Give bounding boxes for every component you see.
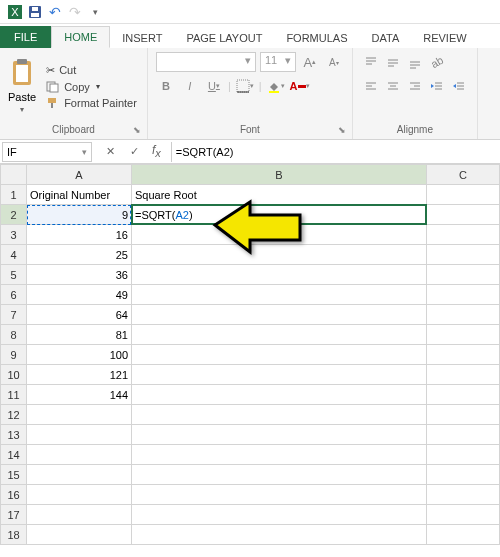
col-header-c[interactable]: C <box>427 165 500 185</box>
align-bottom-button[interactable] <box>405 52 425 72</box>
cell[interactable] <box>427 445 500 465</box>
cell[interactable] <box>132 505 427 525</box>
formula-input[interactable] <box>171 142 500 162</box>
cell[interactable]: 36 <box>27 265 132 285</box>
cell[interactable] <box>427 325 500 345</box>
cell[interactable]: 49 <box>27 285 132 305</box>
paste-dropdown-icon[interactable]: ▾ <box>20 105 24 114</box>
tab-page-layout[interactable]: PAGE LAYOUT <box>174 28 274 48</box>
row-header[interactable]: 10 <box>1 365 27 385</box>
row-header[interactable]: 12 <box>1 405 27 425</box>
row-header[interactable]: 5 <box>1 265 27 285</box>
row-header[interactable]: 3 <box>1 225 27 245</box>
align-middle-button[interactable] <box>383 52 403 72</box>
redo-icon[interactable]: ↷ <box>66 3 84 21</box>
row-header[interactable]: 8 <box>1 325 27 345</box>
row-header[interactable]: 13 <box>1 425 27 445</box>
cell[interactable] <box>427 305 500 325</box>
row-header[interactable]: 4 <box>1 245 27 265</box>
cell[interactable] <box>132 285 427 305</box>
cell[interactable]: 25 <box>27 245 132 265</box>
increase-font-button[interactable]: A▴ <box>300 52 320 72</box>
row-header[interactable]: 1 <box>1 185 27 205</box>
cell[interactable] <box>427 265 500 285</box>
cell[interactable] <box>427 185 500 205</box>
cell[interactable] <box>132 405 427 425</box>
cell[interactable] <box>132 325 427 345</box>
cell[interactable] <box>132 485 427 505</box>
cancel-formula-button[interactable]: ✕ <box>100 142 120 162</box>
row-header[interactable]: 6 <box>1 285 27 305</box>
font-color-button[interactable]: A▾ <box>290 76 310 96</box>
italic-button[interactable]: I <box>180 76 200 96</box>
cell[interactable]: 16 <box>27 225 132 245</box>
cell[interactable] <box>132 465 427 485</box>
font-popout-icon[interactable]: ⬊ <box>338 125 350 137</box>
font-size-select[interactable]: 11▾ <box>260 52 296 72</box>
format-painter-button[interactable]: Format Painter <box>42 96 141 110</box>
cell[interactable] <box>427 465 500 485</box>
cell[interactable] <box>132 445 427 465</box>
qat-dropdown-icon[interactable]: ▾ <box>86 3 104 21</box>
clipboard-popout-icon[interactable]: ⬊ <box>133 125 145 137</box>
cell[interactable] <box>132 525 427 545</box>
cell[interactable]: 64 <box>27 305 132 325</box>
row-header[interactable]: 18 <box>1 525 27 545</box>
underline-button[interactable]: U▾ <box>204 76 224 96</box>
paste-button[interactable]: Paste ▾ <box>6 57 38 116</box>
col-header-b[interactable]: B <box>132 165 427 185</box>
tab-insert[interactable]: INSERT <box>110 28 174 48</box>
align-left-button[interactable] <box>361 76 381 96</box>
cell[interactable]: 9 <box>27 205 132 225</box>
bold-button[interactable]: B <box>156 76 176 96</box>
increase-indent-button[interactable] <box>449 76 469 96</box>
cell[interactable] <box>132 345 427 365</box>
orientation-button[interactable]: ab <box>427 52 447 72</box>
cell[interactable] <box>132 365 427 385</box>
cell[interactable] <box>427 505 500 525</box>
cell[interactable] <box>27 465 132 485</box>
cell[interactable]: 144 <box>27 385 132 405</box>
name-box[interactable]: IF▾ <box>2 142 92 162</box>
cell[interactable] <box>27 425 132 445</box>
cut-button[interactable]: ✂Cut <box>42 63 141 78</box>
row-header[interactable]: 16 <box>1 485 27 505</box>
cell[interactable] <box>27 445 132 465</box>
cell[interactable] <box>427 225 500 245</box>
row-header[interactable]: 14 <box>1 445 27 465</box>
cell[interactable] <box>27 405 132 425</box>
align-right-button[interactable] <box>405 76 425 96</box>
align-center-button[interactable] <box>383 76 403 96</box>
fill-color-button[interactable]: ▾ <box>266 76 286 96</box>
cell[interactable] <box>427 485 500 505</box>
row-header[interactable]: 17 <box>1 505 27 525</box>
cell[interactable] <box>27 505 132 525</box>
decrease-indent-button[interactable] <box>427 76 447 96</box>
cell[interactable]: 121 <box>27 365 132 385</box>
cell[interactable] <box>132 425 427 445</box>
tab-formulas[interactable]: FORMULAS <box>274 28 359 48</box>
cell[interactable] <box>427 245 500 265</box>
cell[interactable]: 100 <box>27 345 132 365</box>
col-header-a[interactable]: A <box>27 165 132 185</box>
row-header[interactable]: 7 <box>1 305 27 325</box>
decrease-font-button[interactable]: A▾ <box>324 52 344 72</box>
cell[interactable] <box>427 345 500 365</box>
copy-button[interactable]: Copy▾ <box>42 80 141 94</box>
tab-data[interactable]: DATA <box>360 28 412 48</box>
row-header[interactable]: 11 <box>1 385 27 405</box>
border-button[interactable]: ▾ <box>235 76 255 96</box>
save-icon[interactable] <box>26 3 44 21</box>
fx-icon[interactable]: fx <box>148 143 165 159</box>
row-header[interactable]: 15 <box>1 465 27 485</box>
cell[interactable] <box>427 425 500 445</box>
cell[interactable] <box>427 385 500 405</box>
cell[interactable] <box>427 285 500 305</box>
cell[interactable] <box>427 525 500 545</box>
row-header[interactable]: 2 <box>1 205 27 225</box>
cell[interactable] <box>427 405 500 425</box>
cell[interactable] <box>132 305 427 325</box>
cell[interactable] <box>132 385 427 405</box>
tab-file[interactable]: FILE <box>0 26 51 48</box>
cell[interactable] <box>427 205 500 225</box>
